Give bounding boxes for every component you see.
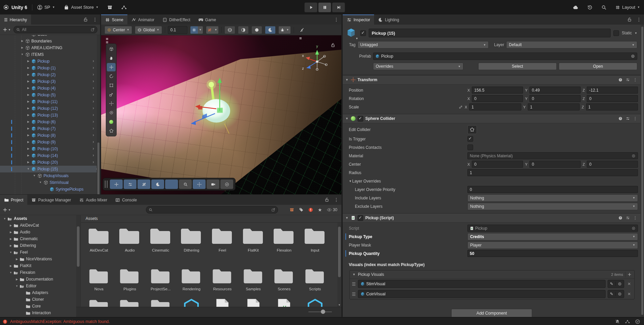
history-icon[interactable] (587, 5, 592, 10)
help-icon[interactable] (618, 78, 622, 82)
project-tree-item-layouts[interactable]: Layouts (0, 316, 76, 317)
asset-tile-input[interactable]: Input (300, 226, 330, 252)
active-checkbox[interactable] (360, 30, 366, 36)
expander-icon[interactable]: ▶ (20, 46, 24, 49)
pickup-overlay-tool[interactable] (107, 118, 116, 126)
lock-icon[interactable] (82, 17, 89, 22)
tab-lighting[interactable]: Lighting (374, 14, 403, 25)
thumbnail-size-slider[interactable] (308, 312, 332, 312)
static-checkbox[interactable] (613, 30, 619, 36)
radius-field[interactable]: 1 (467, 169, 638, 176)
overlay-orientation[interactable] (220, 180, 233, 189)
lighting-toggle[interactable] (251, 26, 262, 34)
expander-icon[interactable]: ▶ (9, 237, 13, 240)
visual-entry-stimvisual[interactable]: ☰ StimVisual ✎ ✕ (350, 279, 634, 289)
hierarchy-search-input[interactable]: All (13, 26, 97, 33)
asset-tile-flatkit[interactable]: FlatKit (238, 226, 268, 252)
asset-tile-scripts[interactable]: Scripts (300, 268, 330, 291)
kebab-menu-icon[interactable]: ⋮ (633, 77, 637, 82)
expander-icon[interactable]: ▶ (26, 66, 30, 69)
prefab-open-arrow[interactable]: › (93, 112, 94, 117)
visual-entry-coinvisual[interactable]: ☰ CoinVisual ✎ ✕ (350, 289, 634, 299)
tab-package-manager[interactable]: Package Manager (27, 195, 75, 205)
prefab-open-arrow[interactable]: › (93, 79, 94, 84)
visual-object-field[interactable]: CoinVisual (358, 290, 606, 298)
overlay-search[interactable] (179, 180, 192, 189)
scene-lighting-toggle[interactable] (265, 26, 276, 34)
help-icon[interactable] (618, 216, 622, 220)
hierarchy-scrollbar[interactable] (97, 35, 100, 194)
edit-collider-button[interactable] (467, 125, 477, 134)
position-z-field[interactable]: -12.1 (587, 87, 638, 94)
grid-snap-dropdown[interactable]: ▼ (198, 26, 203, 34)
pickup-script-header[interactable]: ▼ Pickup (Script) ⋮ (343, 213, 641, 223)
grid-visibility-dropdown[interactable]: ▼ (213, 26, 218, 34)
scale-x-field[interactable]: 1 (469, 103, 521, 110)
overlay-tool-settings[interactable] (124, 180, 136, 189)
step-button[interactable] (332, 2, 345, 12)
expander-icon[interactable]: ▶ (26, 100, 30, 103)
kebab-menu-icon[interactable]: ⋮ (633, 116, 637, 121)
search-importlog-icon[interactable] (308, 207, 313, 212)
progress-done-icon[interactable] (635, 319, 640, 324)
open-search-icon[interactable] (271, 208, 275, 212)
kebab-menu-icon[interactable]: ⋮ (633, 216, 637, 220)
remove-icon[interactable]: ✕ (626, 282, 632, 286)
select-button[interactable]: Select (478, 63, 557, 70)
overlay-grid-snap[interactable] (137, 180, 150, 189)
prefab-open-arrow[interactable]: › (93, 160, 94, 164)
prefab-open-arrow[interactable]: › (93, 146, 94, 151)
prefab-open-arrow[interactable]: › (93, 133, 94, 137)
project-tree-item-nicevibrations[interactable]: ▶NiceVibrations (0, 256, 76, 262)
tool-handle-rotation-dropdown[interactable]: Global▼ (135, 26, 162, 34)
center-y-field[interactable]: 0 (529, 161, 581, 168)
object-picker-icon[interactable] (632, 226, 636, 230)
overlay-lighting[interactable] (151, 180, 164, 189)
material-object-field[interactable]: None (Physics Material) (467, 152, 638, 159)
grid-visibility-toggle[interactable]: ▼ (206, 26, 219, 34)
render-doodads-toggle[interactable] (224, 26, 235, 34)
tab-audio-mixer[interactable]: Audio Mixer (75, 195, 111, 205)
prefab-open-arrow[interactable]: › (93, 92, 94, 97)
drag-handle-icon[interactable]: ☰ (352, 292, 356, 297)
open-search-icon[interactable] (91, 28, 95, 32)
scale-y-field[interactable]: 1 (528, 103, 580, 110)
tab-animator[interactable]: Animator (127, 14, 158, 25)
asset-tile-scenes[interactable]: Scenes (269, 268, 299, 291)
project-tree-item-editor[interactable]: ▼Editor (0, 283, 76, 289)
search-by-type-icon[interactable] (289, 207, 294, 212)
static-dropdown-icon[interactable]: ▼ (635, 32, 637, 35)
prefab-open-arrow[interactable]: › (93, 126, 94, 131)
notifications-muted-icon[interactable] (615, 319, 620, 324)
expander-icon[interactable]: ▶ (26, 134, 30, 137)
rotation-z-field[interactable]: 0 (587, 95, 638, 102)
tab-project[interactable]: Project (0, 195, 27, 205)
object-picker-icon[interactable] (615, 282, 624, 286)
overlay-menu-icon[interactable]: ≡≡ (106, 37, 109, 44)
project-tree-item-audio[interactable]: ▶Audio (0, 229, 76, 235)
layer-dropdown[interactable]: Default▼ (506, 41, 637, 48)
help-icon[interactable] (618, 117, 622, 121)
pickup-quantity-field[interactable]: 50 (467, 250, 638, 257)
priority-field[interactable]: 0 (467, 186, 638, 193)
expander-icon[interactable]: ▶ (9, 244, 13, 247)
project-grid-scrollbar[interactable]: ▼ (337, 223, 341, 307)
project-tree-item-akidevcat[interactable]: ▶AkiDevCat (0, 222, 76, 229)
account-menu[interactable]: SP▼ (37, 5, 55, 10)
create-asset-button[interactable]: ▼ (3, 207, 11, 212)
scale-link-icon[interactable] (459, 105, 463, 109)
hidden-count-badge[interactable]: 30 (327, 207, 337, 212)
asset-tile-dithering[interactable]: Dithering (177, 226, 207, 252)
lock-icon[interactable] (323, 197, 331, 202)
presets-icon[interactable] (626, 216, 630, 220)
tag-dropdown[interactable]: Untagged▼ (358, 41, 489, 48)
list-title[interactable]: Pickup Visuals (358, 272, 384, 277)
move-tool[interactable] (107, 63, 116, 71)
expander-icon[interactable]: ▼ (9, 251, 13, 254)
play-button[interactable] (304, 2, 317, 12)
kebab-menu-icon[interactable]: ⋮ (637, 17, 641, 22)
expander-icon[interactable]: ▼ (9, 271, 13, 274)
cloud-icon[interactable] (573, 5, 578, 10)
include-layers-dropdown[interactable]: Nothing▼ (467, 194, 638, 202)
overlay-menu-icon[interactable]: ≡ (299, 37, 302, 40)
